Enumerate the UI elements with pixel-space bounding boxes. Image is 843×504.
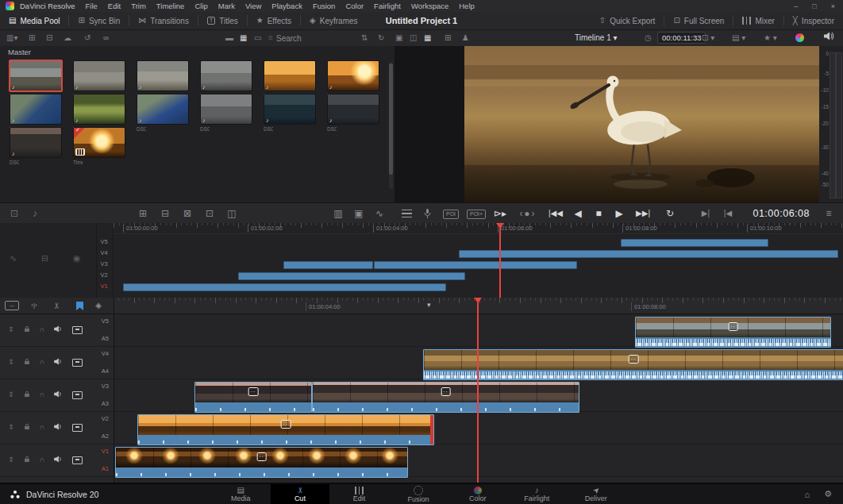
overview-track-label[interactable]: V1 bbox=[98, 283, 110, 290]
mic-icon[interactable] bbox=[421, 203, 433, 224]
overview-clip-bar[interactable] bbox=[374, 261, 577, 269]
overview-clip-bar[interactable] bbox=[621, 239, 768, 247]
overview-track-label[interactable]: V5 bbox=[98, 238, 110, 245]
headphones-icon[interactable]: ∩ bbox=[40, 456, 44, 464]
trim-mode-icon[interactable]: ↔ bbox=[5, 301, 19, 310]
media-clip-item[interactable]: ✓ ♪ DSC_2154-pion.M... bbox=[73, 94, 124, 125]
audio-trim-icon[interactable]: ∿ bbox=[10, 253, 17, 264]
close-up-icon[interactable]: ⊡ bbox=[203, 203, 216, 224]
menu-item[interactable]: Color bbox=[345, 2, 364, 10]
headphones-icon[interactable]: ∩ bbox=[40, 391, 44, 398]
headphones-icon[interactable]: ∩ bbox=[40, 424, 44, 431]
place-on-top-icon[interactable]: ◫ bbox=[225, 203, 238, 224]
transitions-button[interactable]: ⋈ Transitions bbox=[129, 15, 198, 26]
track-header[interactable]: ⇕ ∩ V5 A5 bbox=[0, 314, 114, 347]
play-reverse-button[interactable]: ◀ bbox=[572, 203, 584, 224]
effects-button[interactable]: ★ Effects bbox=[248, 15, 301, 26]
lock-icon[interactable] bbox=[24, 358, 30, 367]
bin-view-icon[interactable]: ▥▾ bbox=[6, 30, 17, 46]
timeline-clip[interactable]: ·· bbox=[312, 382, 579, 413]
page-fairlight[interactable]: ♪ Fairlight bbox=[507, 484, 567, 504]
track-height-icon[interactable]: ⇕ bbox=[8, 359, 14, 366]
append-icon[interactable]: ⊟ bbox=[159, 203, 171, 224]
overview-track-label[interactable]: V2 bbox=[98, 271, 110, 279]
import-folder-icon[interactable]: ⊟ bbox=[46, 30, 52, 46]
overview-clip-bar[interactable] bbox=[123, 283, 446, 291]
overview-clip-bar[interactable] bbox=[459, 250, 838, 258]
video-enable-icon[interactable] bbox=[72, 391, 83, 399]
thumbnail-view-icon[interactable]: ▦ bbox=[240, 30, 247, 46]
media-thumbnail[interactable]: ✓ ♪ bbox=[9, 60, 63, 92]
keyframes-button[interactable]: ◈ Keyframes bbox=[301, 15, 367, 26]
menu-item[interactable]: Timeline bbox=[156, 2, 185, 10]
media-thumbnail[interactable]: ✓ ♪ bbox=[200, 60, 252, 91]
media-thumbnail[interactable]: ✓ ♪ bbox=[73, 60, 125, 91]
list-view-icon[interactable]: ≡ bbox=[268, 30, 273, 46]
media-thumbnail[interactable]: ✓ ♪ bbox=[327, 94, 379, 125]
menu-item[interactable]: Fusion bbox=[313, 2, 336, 10]
timeline-clip[interactable]: ·· bbox=[194, 382, 312, 413]
loop-button[interactable]: ↻ bbox=[664, 203, 676, 224]
track-height-icon[interactable]: ⇕ bbox=[8, 456, 14, 464]
add-poi-icon[interactable]: POI+ bbox=[467, 210, 486, 219]
timeline-clip[interactable]: ·· bbox=[115, 447, 408, 478]
media-thumbnail[interactable]: ✓ ♪ bbox=[327, 60, 379, 91]
media-thumbnail[interactable]: ✓ ♪ bbox=[264, 60, 316, 91]
mixer-button[interactable]: Mixer bbox=[733, 15, 783, 26]
lock-icon[interactable] bbox=[24, 456, 30, 464]
media-thumbnail[interactable]: ✓ ♪ bbox=[73, 127, 125, 158]
menu-item[interactable]: Help bbox=[459, 2, 475, 10]
source-tape-icon[interactable]: ◫ bbox=[410, 30, 417, 46]
media-thumbnail[interactable]: ✓ ♪ bbox=[10, 94, 62, 125]
sort-icon[interactable]: ⇅ bbox=[361, 30, 368, 46]
effects-menu-icon[interactable]: ★ ▾ bbox=[764, 30, 777, 46]
smooth-cut-icon[interactable]: ∿ bbox=[373, 203, 386, 224]
overview-clip-bar[interactable] bbox=[283, 261, 373, 269]
previous-edit-icon[interactable]: |◀ bbox=[721, 203, 735, 224]
speaker-icon[interactable] bbox=[54, 325, 63, 334]
poi-icon[interactable]: POI bbox=[443, 210, 459, 219]
media-clip-item[interactable]: ✓ ♪ DSC_7975-4k-60p... bbox=[327, 60, 378, 91]
menu-item[interactable]: Workspace bbox=[411, 2, 448, 10]
full-screen-button[interactable]: ⊡ Full Screen bbox=[664, 15, 733, 26]
app-menu[interactable]: DaVinci Resolve bbox=[20, 2, 75, 10]
sync-bin-button[interactable]: ⊞ Sync Bin bbox=[69, 15, 129, 26]
track-header[interactable]: ⇕ ∩ V3 A3 bbox=[0, 379, 114, 412]
media-thumbnail[interactable]: ✓ ♪ bbox=[137, 94, 189, 125]
speaker-icon[interactable] bbox=[54, 391, 63, 399]
media-clip-item[interactable]: ✓ ♪ DSC_3588-4k-120... bbox=[137, 60, 187, 91]
timeline-selector[interactable]: Timeline 1 ▾ bbox=[575, 30, 618, 46]
audio-monitor-icon[interactable] bbox=[824, 30, 834, 46]
next-edit-icon[interactable]: ▶| bbox=[699, 203, 713, 224]
home-icon[interactable]: ⌂ bbox=[804, 490, 810, 499]
speaker-icon[interactable] bbox=[54, 358, 63, 367]
dissolve-tool-icon[interactable]: ▣ bbox=[352, 203, 365, 224]
overview-ruler[interactable]: 01:00:00:0001:00:02:0001:00:04:0001:00:0… bbox=[114, 223, 843, 234]
append-audio-icon[interactable]: ♪ bbox=[29, 203, 41, 224]
timeline-timecode[interactable]: 01:00:06:08 bbox=[753, 203, 810, 224]
menu-item[interactable]: Playback bbox=[271, 2, 302, 10]
smart-insert-icon[interactable]: ⊞ bbox=[137, 203, 149, 224]
overview-playhead[interactable] bbox=[499, 223, 501, 298]
ripple-overwrite-icon[interactable]: ⊠ bbox=[181, 203, 194, 224]
play-around-icon[interactable]: ⊳▸ bbox=[494, 203, 506, 224]
media-clip-item[interactable]: ✓ ♪ DSC_4763-fhd-his... bbox=[200, 60, 251, 91]
page-media[interactable]: ▤ Media bbox=[211, 484, 271, 504]
media-pool-scrollbar[interactable] bbox=[389, 62, 393, 189]
headphones-icon[interactable]: ∩ bbox=[40, 359, 44, 366]
sync-clips-icon[interactable]: ↺ bbox=[84, 30, 90, 46]
track-height-icon[interactable]: ⇕ bbox=[8, 326, 14, 333]
relink-icon[interactable]: ∞ bbox=[103, 30, 109, 46]
record-icon[interactable]: ‹●› bbox=[516, 203, 540, 224]
media-clip-item[interactable]: ✓ ♪ DSC_7894.MP4 bbox=[264, 94, 314, 125]
headphones-icon[interactable]: ∩ bbox=[40, 326, 44, 333]
boring-detector-icon[interactable]: ♟ bbox=[462, 30, 469, 46]
video-enable-icon[interactable] bbox=[72, 359, 83, 367]
menu-item[interactable]: Clip bbox=[194, 2, 207, 10]
media-clip-item[interactable]: ✓ ♪ DSC_3798-4k-60p-... bbox=[73, 60, 124, 91]
media-clip-item[interactable]: ✓ ♪ DSC_2101-stab-off... bbox=[137, 94, 187, 125]
track-header[interactable]: ⇕ ∩ V4 A4 bbox=[0, 346, 114, 379]
transition-tool-icon[interactable]: ▥ bbox=[332, 203, 345, 224]
timeline-options-icon[interactable]: ≡ bbox=[822, 203, 835, 224]
go-to-start-button[interactable]: |◀◀ bbox=[546, 203, 565, 224]
